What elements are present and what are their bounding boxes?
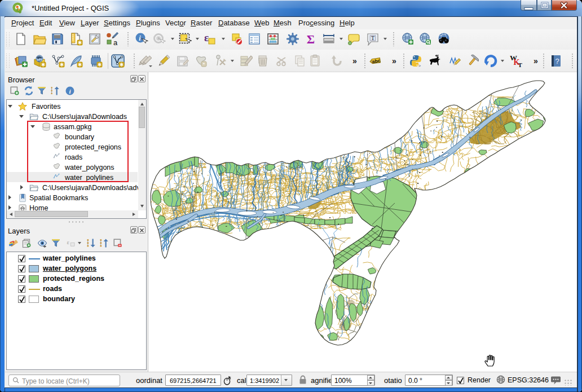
svg-text:»: » — [352, 56, 357, 65]
svg-text:ε: ε — [204, 32, 209, 43]
svg-text:»: » — [534, 56, 538, 65]
svg-text:»: » — [392, 56, 396, 65]
svg-text:Σ: Σ — [307, 32, 315, 46]
svg-text:T: T — [518, 61, 523, 68]
svg-text:T: T — [371, 35, 374, 41]
svg-text:abc: abc — [372, 58, 381, 64]
svg-text:>: > — [418, 64, 421, 68]
svg-text:a: a — [113, 38, 118, 46]
svg-text:?: ? — [555, 57, 559, 65]
svg-text:ε: ε — [67, 239, 70, 245]
svg-text:*: * — [203, 61, 205, 67]
